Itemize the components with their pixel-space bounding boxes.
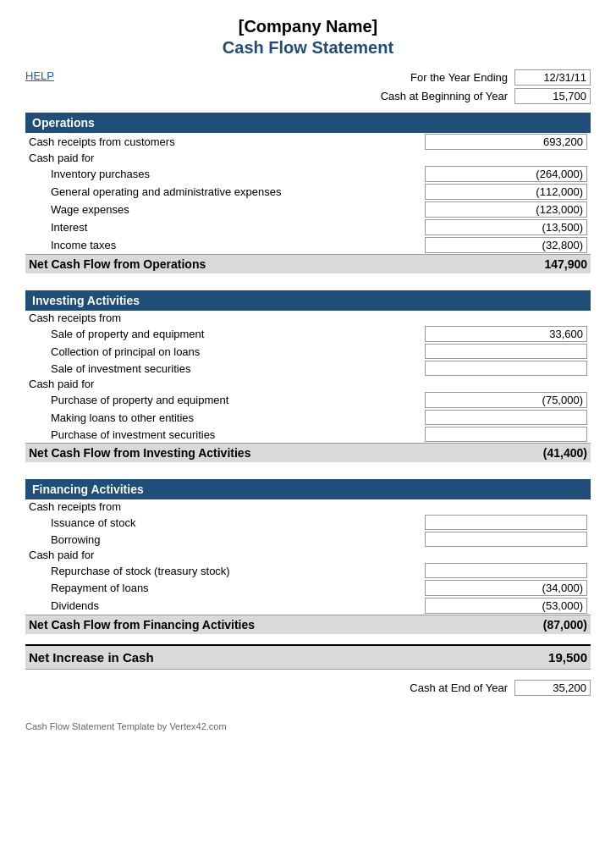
fin-paid-2-label: Dividends [25, 597, 421, 615]
net-increase-value: 19,500 [421, 645, 591, 670]
inv-receipt-2: Sale of investment securities [25, 360, 591, 377]
inv-receipt-0: Sale of property and equipment 33,600 [25, 325, 591, 343]
fin-receipt-1-label: Borrowing [25, 531, 421, 548]
investing-table: Cash receipts from Sale of property and … [25, 311, 591, 462]
ops-item-4-label: Income taxes [25, 236, 421, 255]
inv-paid-0: Purchase of property and equipment (75,0… [25, 391, 591, 409]
footer-credit: Cash Flow Statement Template by Vertex42… [25, 721, 591, 731]
ops-item-2: Wage expenses (123,000) [25, 201, 591, 218]
ops-item-1-value[interactable]: (112,000) [425, 184, 587, 200]
operations-table: Cash receipts from customers 693,200 Cas… [25, 133, 591, 273]
fin-paid-1-value[interactable]: (34,000) [425, 580, 587, 596]
fin-paid-0-label: Repurchase of stock (treasury stock) [25, 562, 421, 579]
financing-net-label: Net Cash Flow from Financing Activities [25, 615, 421, 635]
fin-cash-paid-label-row: Cash paid for [25, 548, 591, 562]
fin-receipt-0: Issuance of stock [25, 514, 591, 531]
inv-paid-0-label: Purchase of property and equipment [25, 391, 421, 409]
financing-table: Cash receipts from Issuance of stock Bor… [25, 499, 591, 634]
inv-paid-0-value[interactable]: (75,000) [425, 392, 587, 408]
statement-title: Cash Flow Statement [25, 38, 591, 58]
operations-header: Operations [25, 113, 591, 133]
inv-receipt-1-label: Collection of principal on loans [25, 343, 421, 360]
fin-paid-0: Repurchase of stock (treasury stock) [25, 562, 591, 579]
header-right: For the Year Ending 12/31/11 Cash at Beg… [381, 69, 591, 104]
inv-paid-1: Making loans to other entities [25, 409, 591, 426]
fin-receipt-0-value[interactable] [425, 515, 587, 530]
year-ending-value[interactable]: 12/31/11 [514, 69, 591, 86]
year-ending-row: For the Year Ending 12/31/11 [410, 69, 591, 86]
header-area: HELP For the Year Ending 12/31/11 Cash a… [25, 69, 591, 104]
inv-receipt-2-value[interactable] [425, 361, 587, 376]
inv-cash-paid-label: Cash paid for [25, 377, 421, 391]
inv-cash-paid-label-row: Cash paid for [25, 377, 591, 391]
inv-cash-receipts-label-row: Cash receipts from [25, 311, 591, 325]
cash-beginning-label: Cash at Beginning of Year [381, 90, 508, 102]
net-increase-row: Net Increase in Cash 19,500 [25, 645, 591, 670]
financing-net-row: Net Cash Flow from Financing Activities … [25, 615, 591, 635]
help-link[interactable]: HELP [25, 69, 54, 82]
cash-paid-label: Cash paid for [25, 151, 421, 165]
fin-paid-2: Dividends (53,000) [25, 597, 591, 615]
ops-item-2-label: Wage expenses [25, 201, 421, 218]
fin-receipt-1: Borrowing [25, 531, 591, 548]
investing-net-row: Net Cash Flow from Investing Activities … [25, 444, 591, 463]
ops-item-2-value[interactable]: (123,000) [425, 201, 587, 218]
inv-paid-1-label: Making loans to other entities [25, 409, 421, 426]
company-name: [Company Name] [25, 17, 591, 36]
fin-paid-1: Repayment of loans (34,000) [25, 579, 591, 597]
inv-cash-receipts-label: Cash receipts from [25, 311, 421, 325]
fin-receipt-0-label: Issuance of stock [25, 514, 421, 531]
fin-cash-paid-label: Cash paid for [25, 548, 421, 562]
fin-receipt-1-value[interactable] [425, 532, 587, 547]
inv-receipt-1: Collection of principal on loans [25, 343, 591, 360]
fin-cash-receipts-label: Cash receipts from [25, 499, 421, 514]
fin-paid-0-value[interactable] [425, 563, 587, 578]
footer-area: Cash at End of Year 35,200 [25, 680, 591, 696]
operations-net-value: 147,900 [421, 255, 591, 274]
cash-end-label: Cash at End of Year [410, 681, 508, 694]
ops-item-4: Income taxes (32,800) [25, 236, 591, 255]
ops-item-3-label: Interest [25, 218, 421, 236]
investing-net-label: Net Cash Flow from Investing Activities [25, 444, 421, 463]
operations-net-label: Net Cash Flow from Operations [25, 255, 421, 274]
year-ending-label: For the Year Ending [410, 71, 508, 84]
cash-receipts-label: Cash receipts from customers [25, 133, 421, 151]
ops-item-0: Inventory purchases (264,000) [25, 165, 591, 183]
cash-receipts-box[interactable]: 693,200 [425, 134, 587, 150]
ops-item-4-value[interactable]: (32,800) [425, 237, 587, 253]
fin-paid-2-value[interactable]: (53,000) [425, 598, 587, 614]
net-increase-label: Net Increase in Cash [25, 645, 421, 670]
inv-receipt-0-value[interactable]: 33,600 [425, 326, 587, 342]
inv-receipt-1-value[interactable] [425, 344, 587, 359]
financing-net-value: (87,000) [421, 615, 591, 635]
ops-item-0-value[interactable]: (264,000) [425, 166, 587, 182]
ops-item-1: General operating and administrative exp… [25, 183, 591, 201]
inv-paid-1-value[interactable] [425, 410, 587, 425]
net-increase-table: Net Increase in Cash 19,500 [25, 644, 591, 670]
investing-header: Investing Activities [25, 290, 591, 311]
inv-paid-2: Purchase of investment securities [25, 426, 591, 444]
fin-paid-1-label: Repayment of loans [25, 579, 421, 597]
ops-item-3-value[interactable]: (13,500) [425, 219, 587, 235]
inv-paid-2-value[interactable] [425, 427, 587, 442]
inv-receipt-2-label: Sale of investment securities [25, 360, 421, 377]
investing-net-value: (41,400) [421, 444, 591, 463]
ops-item-0-label: Inventory purchases [25, 165, 421, 183]
cash-receipts-value: 693,200 [421, 133, 591, 151]
cash-beginning-row: Cash at Beginning of Year 15,700 [381, 88, 591, 104]
cash-end-value[interactable]: 35,200 [514, 680, 591, 696]
ops-item-3: Interest (13,500) [25, 218, 591, 236]
ops-item-1-label: General operating and administrative exp… [25, 183, 421, 201]
fin-cash-receipts-label-row: Cash receipts from [25, 499, 591, 514]
inv-paid-2-label: Purchase of investment securities [25, 426, 421, 444]
operations-net-row: Net Cash Flow from Operations 147,900 [25, 255, 591, 274]
cash-paid-label-row: Cash paid for [25, 151, 591, 165]
cash-beginning-value[interactable]: 15,700 [514, 88, 591, 104]
cash-receipts-row: Cash receipts from customers 693,200 [25, 133, 591, 151]
inv-receipt-0-label: Sale of property and equipment [25, 325, 421, 343]
financing-header: Financing Activities [25, 479, 591, 499]
